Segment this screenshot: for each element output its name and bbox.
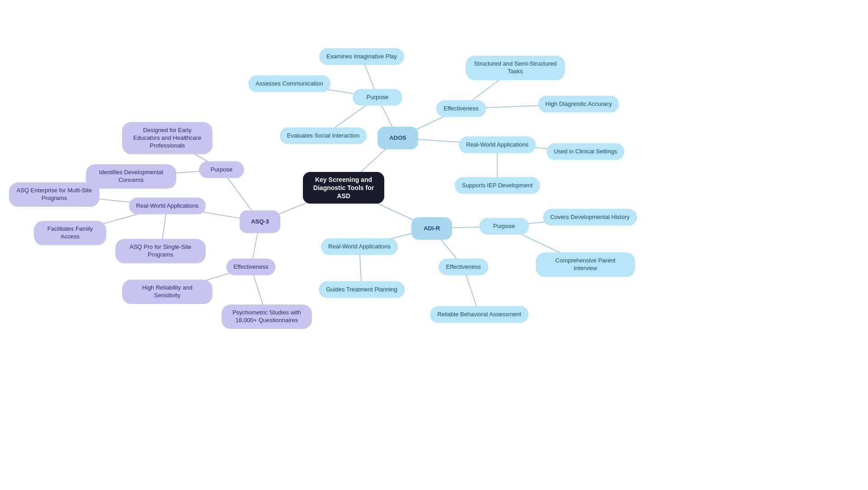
node-adir_effectiveness: Effectiveness — [439, 259, 488, 276]
node-asq3_purpose_1: Designed for Early Educators and Healthc… — [122, 122, 212, 154]
node-ados_rw_2: Used in Clinical Settings — [547, 143, 624, 160]
node-ados_eff_2: High Diagnostic Accuracy — [538, 96, 619, 113]
node-asq3_effectiveness: Effectiveness — [226, 259, 275, 276]
node-adir_purpose: Purpose — [479, 218, 529, 235]
node-adir_rw_1: Guides Treatment Planning — [319, 281, 405, 298]
node-ados_real_world: Real-World Applications — [459, 137, 536, 153]
node-asq3_rw_3: ASQ Pro for Single-Site Programs — [115, 239, 206, 263]
node-asq3_eff_1: High Reliability and Sensitivity — [122, 280, 212, 304]
node-asq3_rw_2: Facilitates Family Access — [34, 221, 106, 245]
node-ados_purpose_2: Assesses Communication — [248, 76, 330, 92]
node-center: Key Screening and Diagnostic Tools for A… — [303, 172, 384, 204]
node-asq3_rw_1: ASQ Enterprise for Multi-Site Programs — [9, 182, 99, 207]
node-ados_purpose_3: Evaluates Social Interaction — [280, 128, 367, 144]
node-ados_rw_1: Supports IEP Development — [455, 177, 540, 194]
node-adir: ADI-R — [411, 217, 452, 240]
node-ados_purpose: Purpose — [353, 89, 402, 106]
node-asq3_purpose: Purpose — [199, 162, 244, 178]
node-asq3_real_world: Real-World Applications — [129, 198, 206, 214]
node-adir_rw: Real-World Applications — [321, 238, 398, 255]
node-asq3_eff_2: Psychometric Studies with 18,000+ Questi… — [222, 304, 312, 329]
node-ados: ADOS — [377, 127, 418, 149]
node-ados_purpose_1: Examines Imaginative Play — [319, 48, 404, 65]
node-asq3: ASQ-3 — [240, 210, 280, 233]
mind-map: Key Screening and Diagnostic Tools for A… — [0, 0, 868, 490]
node-asq3_purpose_2: Identifies Developmental Concerns — [86, 164, 176, 189]
node-adir_purpose_2: Comprehensive Parent Interview — [536, 252, 635, 277]
node-ados_eff_1: Structured and Semi-Structured Tasks — [466, 56, 565, 80]
node-adir_purpose_1: Covers Developmental History — [543, 209, 637, 226]
node-adir_eff_1: Reliable Behavioral Assessment — [430, 306, 528, 323]
node-ados_effectiveness: Effectiveness — [436, 100, 486, 117]
